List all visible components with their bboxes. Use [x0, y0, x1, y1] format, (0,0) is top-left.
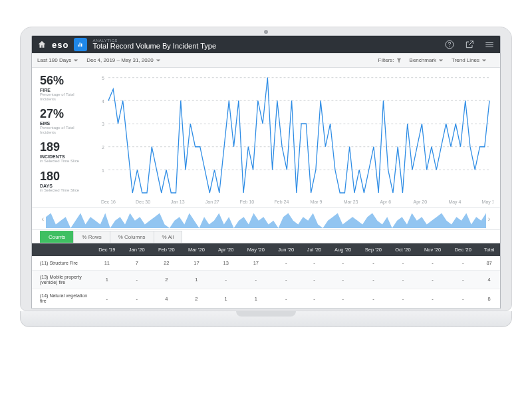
period-dropdown[interactable]: Last 180 Days: [37, 57, 78, 63]
table-cell: -: [388, 289, 417, 308]
table-cell: 17: [240, 256, 271, 271]
table-header[interactable]: [32, 243, 92, 256]
row-label: (13) Mobile property (vehicle) fire: [32, 271, 92, 289]
stat-block: 56%FIREPercentage of Total Incidents: [40, 74, 91, 101]
table-cell: -: [388, 256, 417, 271]
stats-panel: 56%FIREPercentage of Total Incidents27%E…: [32, 68, 95, 207]
stat-label: INCIDENTS: [40, 154, 91, 159]
svg-text:May 18: May 18: [482, 198, 493, 204]
table-cell: -: [328, 271, 358, 289]
table-cell: 1: [182, 271, 211, 289]
stat-sublabel: Percentage of Total Incidents: [40, 92, 91, 101]
svg-text:3: 3: [102, 121, 104, 127]
table-cell: -: [418, 271, 448, 289]
app-chip-icon[interactable]: [74, 38, 87, 51]
mini-chart[interactable]: [46, 209, 486, 228]
svg-text:Apr 20: Apr 20: [414, 198, 428, 204]
table-header[interactable]: Dec '20: [448, 243, 478, 256]
table-cell: -: [388, 271, 417, 289]
table-cell: 11: [92, 256, 122, 271]
table-row: (14) Natural vegetation fire--4211------…: [32, 289, 500, 308]
trendlines-dropdown[interactable]: Trend Lines: [452, 57, 487, 63]
svg-text:Apr 6: Apr 6: [380, 198, 391, 204]
chevron-down-icon: [481, 58, 487, 63]
filters-chip[interactable]: Filters:: [378, 57, 402, 63]
stat-label: DAYS: [40, 184, 91, 188]
app-screen: eso ANALYTICS Total Record Volume By Inc…: [31, 35, 501, 309]
table-header[interactable]: May '20: [240, 243, 271, 256]
svg-text:Mar 23: Mar 23: [344, 198, 358, 204]
tab--rows[interactable]: % Rows: [73, 231, 110, 243]
table-cell: 1: [240, 289, 271, 308]
table-header[interactable]: Nov '20: [418, 243, 448, 256]
page-title: Total Record Volume By Incident Type: [92, 43, 216, 51]
stat-block: 180DAYSin Selected Time Slice: [40, 170, 91, 193]
table-cell: 22: [152, 256, 182, 271]
tab-counts[interactable]: Counts: [40, 231, 74, 243]
table-cell: -: [358, 256, 389, 271]
table-header[interactable]: Dec '19: [92, 243, 122, 256]
table-header[interactable]: Jan '20: [122, 243, 152, 256]
svg-text:1: 1: [102, 167, 104, 173]
table-cell: -: [328, 289, 358, 308]
row-label: (14) Natural vegetation fire: [32, 289, 92, 308]
table-cell: 7: [122, 256, 152, 271]
table-cell: -: [122, 271, 152, 289]
table-cell: -: [358, 289, 389, 308]
benchmark-label: Benchmark: [410, 57, 436, 63]
table-cell: 2: [182, 289, 211, 308]
table-header[interactable]: Feb '20: [152, 243, 182, 256]
table-cell: -: [92, 289, 122, 308]
table-header[interactable]: Jun '20: [271, 243, 301, 256]
timeline-right-caret[interactable]: ›: [486, 209, 492, 229]
svg-point-1: [450, 47, 450, 47]
table-header[interactable]: Sep '20: [358, 243, 389, 256]
table-cell: -: [240, 271, 271, 289]
table-header[interactable]: Apr '20: [211, 243, 240, 256]
stat-block: 189INCIDENTSin Selected Time Slice: [40, 141, 91, 164]
top-bar: eso ANALYTICS Total Record Volume By Inc…: [32, 36, 500, 53]
tab--columns[interactable]: % Columns: [110, 231, 154, 243]
filter-icon: [396, 58, 402, 63]
stat-value: 56%: [40, 74, 91, 86]
stat-block: 27%EMSPercentage of Total Incidents: [40, 108, 91, 134]
share-icon[interactable]: [464, 39, 475, 50]
chevron-down-icon: [156, 58, 161, 63]
table-row: (11) Structure Fire11722171317-------87: [32, 256, 500, 271]
table-cell: -: [271, 271, 301, 289]
table-cell: -: [448, 289, 478, 308]
chevron-down-icon: [438, 58, 444, 63]
timeline-left-caret[interactable]: ‹: [40, 209, 46, 229]
help-icon[interactable]: [444, 39, 455, 50]
table-header[interactable]: Aug '20: [328, 243, 358, 256]
table-header[interactable]: Jul '20: [301, 243, 328, 256]
benchmark-dropdown[interactable]: Benchmark: [410, 57, 444, 63]
table-cell: 87: [478, 256, 500, 271]
svg-text:2: 2: [102, 144, 104, 150]
data-table: Dec '19Jan '20Feb '20Mar '20Apr '20May '…: [32, 243, 500, 309]
stat-value: 180: [40, 170, 91, 182]
stat-label: FIRE: [40, 88, 91, 92]
svg-text:Jan 27: Jan 27: [205, 198, 219, 204]
stat-sublabel: in Selected Time Slice: [40, 159, 91, 164]
svg-text:Jan 13: Jan 13: [171, 198, 185, 204]
table-cell: -: [328, 256, 358, 271]
table-cell: -: [301, 256, 328, 271]
menu-icon[interactable]: [484, 39, 495, 50]
svg-text:May 4: May 4: [448, 198, 461, 204]
table-header[interactable]: Oct '20: [388, 243, 417, 256]
date-range-label: Dec 4, 2019 – May 31, 2020: [86, 57, 154, 63]
period-label: Last 180 Days: [37, 57, 71, 63]
table-cell: 2: [152, 271, 182, 289]
stat-sublabel: in Selected Time Slice: [40, 188, 91, 193]
svg-text:Mar 9: Mar 9: [311, 198, 323, 204]
main-chart[interactable]: 12345Dec 16Dec 30Jan 13Jan 27Feb 10Feb 2…: [95, 73, 493, 206]
tab--all[interactable]: % All: [154, 231, 183, 243]
table-header[interactable]: Mar '20: [182, 243, 211, 256]
table-cell: 1: [92, 271, 122, 289]
table-header[interactable]: Total: [478, 243, 500, 256]
home-icon[interactable]: [37, 40, 47, 49]
mini-timeline[interactable]: ‹ ›: [32, 207, 500, 230]
svg-text:Dec 30: Dec 30: [136, 198, 150, 204]
date-range-dropdown[interactable]: Dec 4, 2019 – May 31, 2020: [86, 57, 161, 63]
